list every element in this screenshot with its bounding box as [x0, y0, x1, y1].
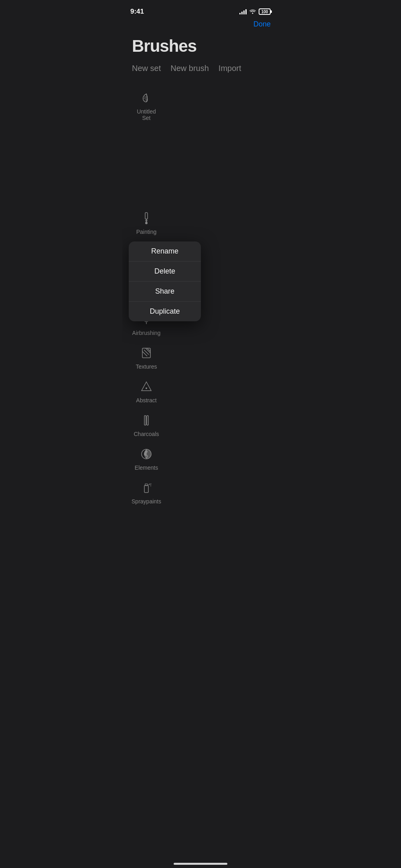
import-button[interactable]: Import	[219, 64, 241, 73]
status-icons: 100	[239, 8, 271, 15]
brush-set-label-spraypaints: Spraypaints	[132, 498, 161, 505]
brush-set-label-painting: Painting	[136, 229, 157, 235]
svg-rect-32	[144, 485, 148, 493]
brush-set-label-elements: Elements	[135, 464, 158, 471]
brush-set-label-untitled: Untitled Set	[132, 108, 161, 121]
svg-rect-27	[147, 416, 148, 425]
svg-point-36	[150, 485, 151, 485]
brush-set-label-abstract: Abstract	[136, 397, 156, 404]
svg-rect-26	[144, 416, 146, 425]
context-menu-share[interactable]: Share	[129, 282, 201, 302]
battery-icon: 100	[259, 8, 271, 15]
feather-icon	[138, 89, 155, 107]
context-menu-delete[interactable]: Delete	[129, 262, 201, 282]
new-brush-button[interactable]: New brush	[170, 64, 209, 73]
brush-list: Untitled Set Rename Delete Share Duplica…	[122, 85, 279, 509]
svg-line-23	[147, 348, 150, 351]
triangle-icon	[138, 378, 155, 395]
brush-set-item-untitled[interactable]: Untitled Set Rename Delete Share Duplica…	[122, 85, 170, 125]
done-button[interactable]: Done	[253, 20, 271, 28]
spray-icon	[138, 479, 155, 497]
wifi-icon	[249, 8, 256, 15]
header-bar: Done	[122, 20, 279, 32]
brush-set-label-textures: Textures	[136, 363, 157, 370]
svg-point-38	[151, 483, 152, 484]
brush-set-item-painting[interactable]: Painting	[122, 205, 170, 239]
svg-point-2	[145, 222, 148, 224]
yin-yang-icon	[138, 445, 155, 463]
brush-set-label-airbrushing: Airbrushing	[132, 330, 161, 336]
context-menu-rename[interactable]: Rename	[129, 241, 201, 262]
brush-set-item-charcoals[interactable]: Charcoals	[122, 408, 170, 441]
svg-rect-0	[145, 213, 148, 219]
action-bar: New set New brush Import	[122, 64, 279, 85]
svg-point-25	[146, 387, 147, 389]
status-time: 9:41	[130, 8, 144, 16]
brush-icon	[138, 209, 155, 227]
brush-set-item-abstract[interactable]: Abstract	[122, 374, 170, 408]
signal-icon	[239, 9, 247, 14]
texture-icon	[138, 344, 155, 362]
brush-set-item-spraypaints[interactable]: Spraypaints	[122, 475, 170, 509]
brush-set-label-charcoals: Charcoals	[134, 431, 159, 437]
svg-marker-24	[142, 382, 151, 391]
page-title: Brushes	[122, 32, 279, 64]
new-set-button[interactable]: New set	[132, 64, 161, 73]
svg-point-37	[150, 486, 151, 487]
context-menu: Rename Delete Share Duplicate	[129, 241, 201, 321]
brush-set-item-textures[interactable]: Textures	[122, 340, 170, 374]
svg-point-35	[150, 483, 150, 484]
context-menu-duplicate[interactable]: Duplicate	[129, 302, 201, 321]
brush-set-item-elements[interactable]: Elements	[122, 441, 170, 475]
status-bar: 9:41 100	[122, 0, 279, 20]
charcoal-icon	[138, 412, 155, 429]
